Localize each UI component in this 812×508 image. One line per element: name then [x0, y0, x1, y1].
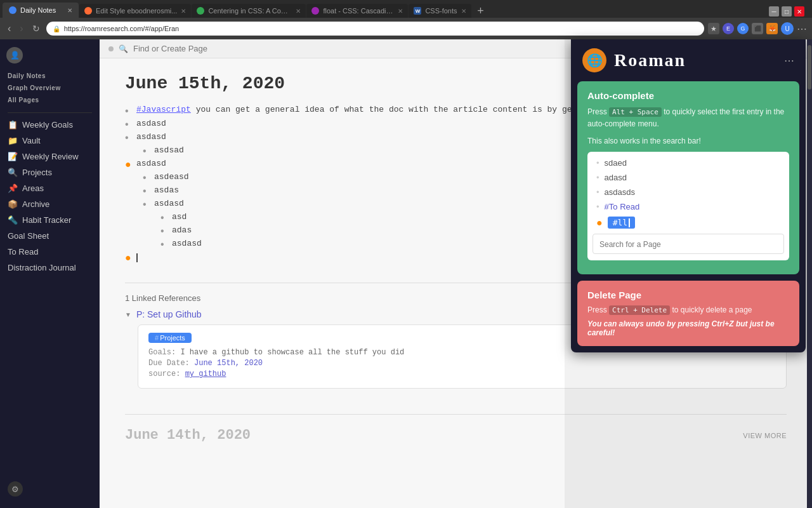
- weekly-goals-icon: 📋: [8, 120, 18, 130]
- tab-css-fonts[interactable]: W CSS-fonts ✕: [409, 4, 471, 18]
- ref-due-date[interactable]: June 15th, 2020: [194, 359, 263, 368]
- ref-tag-projects[interactable]: # Projects: [148, 333, 192, 343]
- sidebar-item-label-projects: Projects: [22, 168, 52, 177]
- tab-icon2: [84, 7, 92, 15]
- sidebar-item-archive[interactable]: 📦 Archive: [0, 196, 100, 212]
- tab-label3: Centering in CSS: A Complete C...: [208, 7, 292, 15]
- new-tab-button[interactable]: +: [472, 4, 490, 18]
- sidebar-item-label-to-read: To Read: [8, 247, 38, 257]
- search-for-page-input[interactable]: [599, 240, 777, 249]
- alt-space-key: Alt + Space: [609, 107, 662, 117]
- sidebar-nav-item-graph[interactable]: Graph Overview: [0, 82, 100, 94]
- tab-close-btn4[interactable]: ✕: [398, 8, 403, 15]
- bullet-marker-b4: •: [143, 145, 154, 157]
- ext-icon-4[interactable]: 🦊: [766, 23, 778, 34]
- areas-icon: 📌: [8, 184, 18, 193]
- delete-page-title: Delete Page: [587, 290, 789, 300]
- sidebar-item-weekly-review[interactable]: 📝 Weekly Review: [0, 149, 100, 164]
- page2-title: June 14th, 2020: [125, 427, 251, 443]
- sidebar-item-distraction-journal[interactable]: Distraction Journal: [0, 260, 100, 276]
- user-avatar[interactable]: U: [781, 22, 794, 35]
- minimize-button[interactable]: ─: [769, 6, 779, 17]
- sidebar-item-label-weekly-goals: Weekly Goals: [22, 120, 73, 130]
- sidebar-settings-icon[interactable]: ⚙: [8, 481, 23, 497]
- popup-more-icon[interactable]: ⋯: [784, 55, 794, 67]
- popup-container: 🌐 Roaman ⋯ Auto-complete Press Alt + Spa…: [571, 39, 806, 352]
- ref-source-link[interactable]: my github: [185, 370, 226, 378]
- tab-daily-notes[interactable]: Daily Notes ✕: [3, 3, 79, 18]
- sidebar-bottom: ⚙: [0, 475, 100, 503]
- archive-icon: 📦: [8, 199, 18, 209]
- bullet-text-b10: adas: [172, 225, 192, 235]
- tab-close-btn[interactable]: ✕: [67, 7, 72, 14]
- popup-scrollbar[interactable]: [807, 39, 812, 508]
- ext-icon-1[interactable]: E: [723, 23, 734, 34]
- sidebar-item-habit-tracker[interactable]: 🔦 Habit Tracker: [0, 212, 100, 228]
- sidebar-avatar[interactable]: 👤: [6, 47, 23, 64]
- search-dot: [108, 46, 114, 51]
- ext-icon-3[interactable]: ⬛: [752, 23, 763, 34]
- tab-centering-css[interactable]: Centering in CSS: A Complete C... ✕: [192, 4, 306, 18]
- sidebar-item-weekly-goals[interactable]: 📋 Weekly Goals: [0, 117, 100, 133]
- bullet-marker-b9: •: [160, 212, 172, 224]
- ac-text-1: sdaed: [605, 158, 627, 168]
- url-text: https://roamresearch.com/#/app/Eran: [64, 25, 180, 32]
- sidebar-nav-item-all[interactable]: All Pages: [0, 94, 100, 106]
- ext-icon-2[interactable]: G: [737, 23, 749, 34]
- autocomplete-search-bar-note: This also works in the search bar!: [587, 137, 789, 145]
- bullet-marker-b10: •: [160, 225, 172, 237]
- window-controls: ─ □ ✕: [764, 6, 809, 18]
- bookmark-icon[interactable]: ★: [708, 23, 719, 34]
- tab-label5: CSS-fonts: [425, 7, 457, 15]
- sidebar-nav-item-daily[interactable]: Daily Notes: [0, 70, 100, 82]
- bullet-text-b4: asdsad: [154, 145, 184, 155]
- toggle-arrow-icon: ▼: [125, 311, 131, 318]
- tab-icon3: [197, 7, 204, 15]
- bullet-text-b8: asdasd: [154, 199, 184, 208]
- sidebar-item-goal-sheet[interactable]: Goal Sheet: [0, 228, 100, 244]
- sidebar-item-areas[interactable]: 📌 Areas: [0, 180, 100, 196]
- tab-float-css[interactable]: float - CSS: Cascading Style She... ✕: [306, 4, 408, 18]
- tab-icon4: [311, 7, 319, 15]
- tab-label4: float - CSS: Cascading Style She...: [323, 7, 394, 15]
- tab-close-btn3[interactable]: ✕: [296, 8, 301, 15]
- bullet-text-b7: asdas: [154, 185, 179, 195]
- sidebar-divider: [8, 112, 92, 113]
- maximize-button[interactable]: □: [782, 6, 792, 17]
- sidebar-item-to-read[interactable]: To Read: [0, 244, 100, 260]
- reload-button[interactable]: ↻: [30, 22, 43, 35]
- popup-title-text: Roaman: [614, 50, 686, 70]
- bullet-marker-b11: •: [160, 239, 172, 250]
- popup-scrollbar-thumb[interactable]: [808, 45, 811, 90]
- sidebar-header: 👤: [0, 44, 100, 66]
- ref-page-title[interactable]: P: Set up Github: [136, 309, 202, 319]
- app-layout: 👤 Daily Notes Graph Overview All Pages 📋…: [0, 39, 812, 508]
- ac-item-3: • asdasds: [587, 185, 789, 199]
- ac-input-box[interactable]: #ll: [608, 217, 635, 229]
- more-button[interactable]: ⋯: [797, 23, 807, 35]
- bullet-text-b11: asdasd: [172, 239, 202, 248]
- ac-text-3: asdasds: [605, 187, 635, 197]
- autocomplete-card: Auto-complete Press Alt + Space to quick…: [577, 81, 799, 274]
- sidebar-item-vault[interactable]: 📁 Vault: [0, 133, 100, 149]
- browser-chrome: Daily Notes ✕ Edit Style eboodnerosmi...…: [0, 0, 812, 39]
- address-bar: ‹ › ↻ 🔒 https://roamresearch.com/#/app/E…: [0, 18, 812, 39]
- ctrl-delete-key: Ctrl + Delete: [609, 305, 670, 315]
- bullet-marker-b3: •: [125, 132, 136, 144]
- back-button[interactable]: ‹: [5, 22, 13, 36]
- close-button[interactable]: ✕: [794, 6, 804, 17]
- sidebar-item-projects[interactable]: 🔍 Projects: [0, 164, 100, 180]
- javascript-tag[interactable]: #Javascript: [136, 105, 191, 114]
- forward-button[interactable]: ›: [17, 22, 25, 36]
- tab-close-btn2[interactable]: ✕: [181, 8, 186, 15]
- url-bar[interactable]: 🔒 https://roamresearch.com/#/app/Eran: [46, 22, 704, 36]
- bullet-marker-b8: •: [143, 199, 154, 210]
- tab-close-btn5[interactable]: ✕: [461, 8, 466, 15]
- sidebar-item-label-goal-sheet: Goal Sheet: [8, 231, 49, 241]
- tab-edit-style[interactable]: Edit Style eboodnerosmi... ✕: [79, 4, 191, 18]
- weekly-review-icon: 📝: [8, 152, 18, 161]
- ac-bullet-4: •: [596, 202, 599, 211]
- autocomplete-desc: Press Alt + Space to quickly select the …: [587, 106, 789, 130]
- ac-text-2: adasd: [605, 173, 627, 182]
- sidebar-item-label-archive: Archive: [22, 199, 49, 209]
